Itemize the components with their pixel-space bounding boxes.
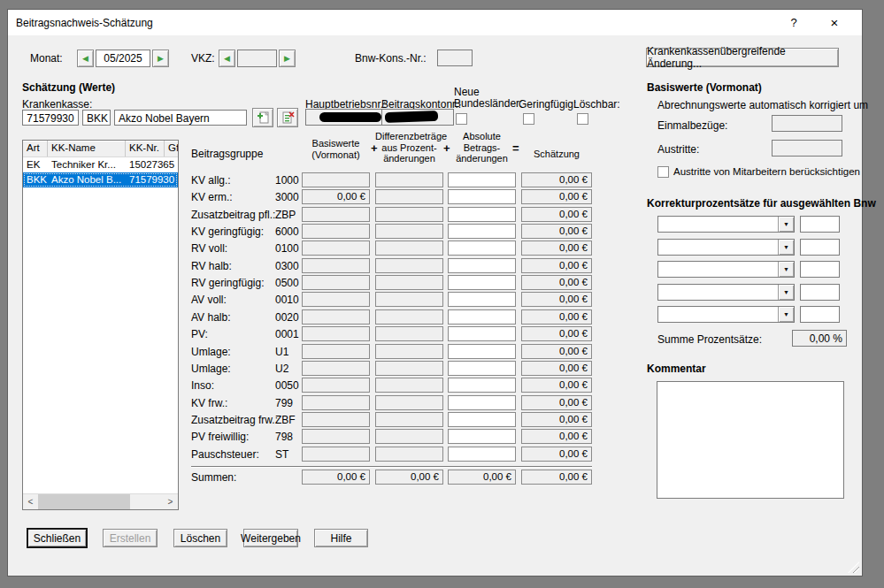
absolute-betragsaenderung-input[interactable] — [448, 292, 516, 307]
schlieen-button[interactable]: Schließen — [27, 529, 87, 547]
korrektur-prozent-input[interactable] — [800, 284, 840, 301]
absolute-betragsaenderung-input[interactable] — [448, 378, 516, 393]
lschen-button[interactable]: Löschen — [173, 529, 227, 547]
korrektur-row: ▼ — [657, 261, 849, 278]
absolute-betragsaenderung-input[interactable] — [448, 207, 516, 222]
beitragsgruppe-label: Umlage: — [191, 346, 231, 358]
help-button[interactable]: ? — [779, 10, 809, 34]
krankenkassenuebergreifende-aenderung-button[interactable]: Krankenkassenübergreifende Änderung... — [646, 48, 839, 67]
absolute-betragsaenderung-input[interactable] — [448, 361, 516, 376]
add-krankenkasse-button[interactable] — [252, 108, 273, 127]
schaetzung-cell: 0,00 € — [521, 361, 592, 376]
chevron-down-icon[interactable]: ▼ — [778, 217, 794, 232]
schaetzung-cell: 0,00 € — [521, 395, 592, 410]
beitragsgruppe-label: AV halb: — [191, 311, 230, 324]
bnw-kons-input[interactable] — [437, 50, 473, 66]
korrektur-dropdown[interactable]: ▼ — [657, 306, 795, 323]
kommentar-heading: Kommentar — [647, 363, 706, 375]
beitragsgruppe-row: AV voll:00100,00 € — [191, 292, 592, 309]
basiswerte-cell — [302, 395, 370, 410]
kk-name-field[interactable]: Akzo Nobel Bayern — [114, 110, 247, 126]
chevron-down-icon[interactable]: ▼ — [778, 240, 794, 255]
beitragsgruppe-row: RV halb:03000,00 € — [191, 258, 592, 275]
absolute-betragsaenderung-input[interactable] — [448, 412, 516, 427]
schaetzung-cell: 0,00 € — [521, 224, 592, 239]
chevron-down-icon[interactable]: ▼ — [778, 285, 794, 300]
absolute-betragsaenderung-input[interactable] — [448, 189, 516, 204]
beitragsgruppe-label: RV geringfügig: — [191, 277, 265, 289]
absolute-betragsaenderung-input[interactable] — [448, 395, 516, 410]
absolute-betragsaenderung-input[interactable] — [448, 172, 516, 187]
chevron-down-icon[interactable]: ▼ — [778, 262, 794, 277]
korrektur-dropdown[interactable]: ▼ — [657, 239, 795, 256]
korrektur-prozent-input[interactable] — [800, 306, 840, 323]
beitragsgruppe-row: Pauschsteuer:ST0,00 € — [191, 447, 592, 463]
austritte-input[interactable] — [772, 140, 842, 157]
absolute-betragsaenderung-input[interactable] — [448, 309, 516, 325]
beitragsgruppe-code: 0500 — [275, 277, 299, 289]
beitragsgruppe-label: RV voll: — [191, 242, 227, 255]
monat-input[interactable]: 05/2025 — [96, 50, 150, 67]
neue-bundeslaender-checkbox[interactable] — [456, 113, 467, 125]
korrektur-dropdown[interactable]: ▼ — [657, 261, 795, 278]
vkz-next-button[interactable]: ▶ — [279, 50, 296, 67]
absolute-betragsaenderung-input[interactable] — [448, 224, 516, 239]
korrektur-dropdown[interactable]: ▼ — [657, 284, 795, 301]
col-header-art[interactable]: Art — [23, 141, 48, 157]
vkz-prev-button[interactable]: ◀ — [219, 50, 235, 67]
horizontal-scrollbar[interactable]: < > — [23, 493, 178, 509]
page-delete-icon — [281, 111, 295, 125]
beitragsgruppe-label: Umlage: — [191, 363, 231, 375]
hilfe-button[interactable]: Hilfe — [314, 529, 368, 547]
beitragsgruppe-code: 798 — [275, 431, 293, 443]
vkz-input[interactable] — [237, 50, 277, 67]
differenzbetraege-cell — [375, 224, 443, 239]
operator-equals: = — [512, 143, 519, 155]
differenzbetraege-cell — [375, 309, 443, 325]
absolute-betragsaenderung-input[interactable] — [448, 429, 516, 444]
beitragsgruppe-code: 6000 — [275, 225, 299, 238]
monat-prev-button[interactable]: ◀ — [77, 50, 94, 67]
kk-nummer-field[interactable]: 71579930 — [22, 110, 79, 126]
col-header-kk-nr[interactable]: KK-Nr. — [126, 141, 165, 157]
absolute-betragsaenderung-input[interactable] — [448, 344, 516, 359]
kk-art-field[interactable]: BKK — [82, 110, 111, 126]
absolute-betragsaenderung-input[interactable] — [448, 275, 516, 290]
scroll-right-icon[interactable]: > — [163, 494, 178, 509]
absolute-betragsaenderung-input[interactable] — [448, 241, 516, 256]
einmalbezuege-input[interactable] — [772, 115, 842, 132]
korrektur-prozent-input[interactable] — [800, 216, 840, 233]
beitragsgruppe-label: AV voll: — [191, 294, 227, 306]
absolute-betragsaenderung-input[interactable] — [448, 326, 516, 341]
absolute-betragsaenderung-input[interactable] — [448, 258, 516, 273]
beitragsgruppe-label: Beitragsgruppe — [191, 149, 263, 160]
delete-krankenkasse-button[interactable] — [277, 108, 298, 127]
col-header-kk-name[interactable]: KK-Name — [48, 141, 126, 157]
loeschbar-checkbox[interactable] — [577, 113, 588, 125]
absolute-betragsaenderung-input[interactable] — [448, 447, 516, 462]
korrektur-prozent-input[interactable] — [800, 239, 840, 256]
kk-list-row[interactable]: BKKAkzo Nobel B...71579930 — [23, 172, 178, 187]
weitergeben-button[interactable]: Weitergeben — [243, 529, 298, 547]
monat-next-button[interactable]: ▶ — [152, 50, 169, 67]
resize-grip[interactable] — [848, 561, 859, 573]
beitragsgruppe-code: 0100 — [275, 242, 299, 255]
chevron-down-icon[interactable]: ▼ — [778, 307, 794, 322]
korrektur-dropdown[interactable]: ▼ — [657, 216, 795, 233]
kk-list-row[interactable]: EKTechniker Kr...15027365 — [23, 157, 178, 172]
scrollbar-thumb[interactable] — [38, 494, 130, 509]
scroll-left-icon[interactable]: < — [23, 494, 38, 509]
beitragsgruppen-grid: KV allg.:10000,00 €KV erm.:30000,00 €0,0… — [191, 172, 592, 464]
korrektur-prozent-input[interactable] — [800, 261, 840, 278]
window-title: Beitragsnachweis-Schätzung — [16, 17, 153, 29]
beitragsgruppe-label: PV: — [191, 328, 208, 340]
close-button[interactable]: × — [819, 10, 849, 34]
col-header-gf[interactable]: Gf. — [165, 141, 178, 157]
kommentar-textarea[interactable] — [657, 381, 844, 499]
footer-buttons: SchließenErstellenLöschenWeitergebenHilf… — [27, 529, 368, 547]
geringfuegig-checkbox[interactable] — [523, 113, 534, 125]
redaction-mark — [319, 112, 381, 122]
beitragsgruppe-label: Zusatzbeitrag frw.: — [191, 414, 278, 426]
differenzbetraege-cell — [375, 344, 443, 359]
austritte-beruecksichtigen-checkbox[interactable] — [657, 166, 669, 178]
